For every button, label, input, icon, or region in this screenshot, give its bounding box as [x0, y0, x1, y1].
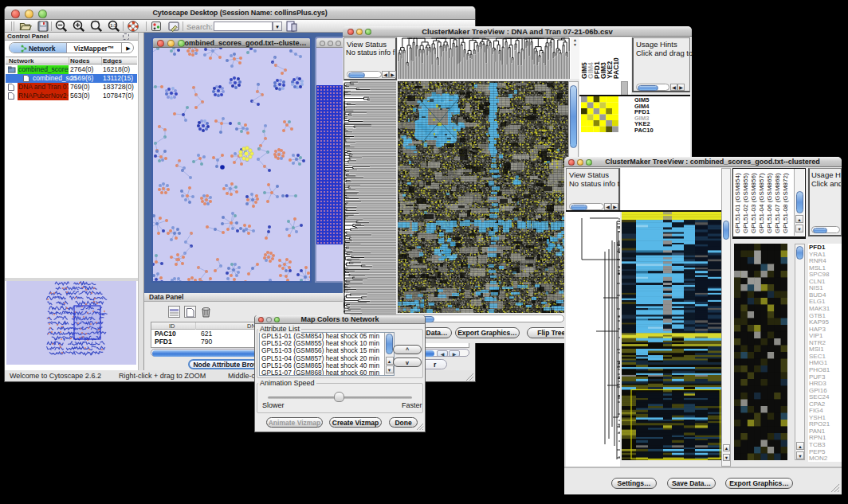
- svg-text:GPL51-06 (GSM865): GPL51-06 (GSM865): [766, 173, 773, 233]
- svg-text:GPL51-07 (GSM868): GPL51-07 (GSM868): [774, 173, 781, 233]
- svg-text:GPL51-04 (GSM857): GPL51-04 (GSM857): [758, 173, 765, 233]
- svg-text:1:1: 1:1: [110, 23, 116, 28]
- svg-text:GPL51-08 (GSM872): GPL51-08 (GSM872): [782, 173, 789, 233]
- svg-text:PAC10: PAC10: [612, 57, 619, 79]
- svg-text:GPL51-02 (GSM855): GPL51-02 (GSM855): [742, 173, 749, 233]
- svg-text:GPL51-01 (GSM854): GPL51-01 (GSM854): [734, 173, 741, 233]
- svg-text:GPL51-03 (GSM856): GPL51-03 (GSM856): [750, 173, 757, 233]
